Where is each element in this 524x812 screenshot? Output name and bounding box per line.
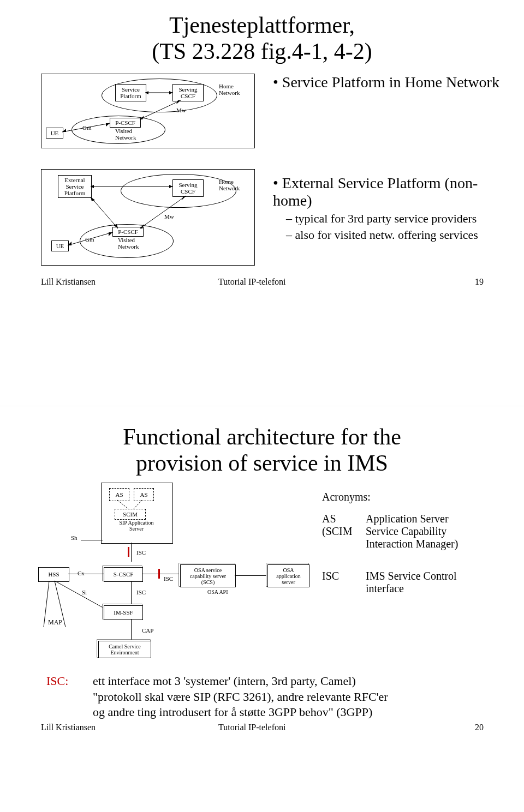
footer-left: Lill Kristiansen: [41, 277, 96, 287]
slide2-title: Functional architecture for the provisio…: [0, 424, 524, 476]
acro-isc-k: ISC: [322, 570, 366, 582]
isc-l2: "protokoll skal være SIP (RFC 3261), and…: [93, 689, 497, 705]
cap-label: CAP: [142, 627, 153, 634]
diagram-top-panel: Service Platform Serving CSCF Home Netwo…: [41, 74, 255, 148]
serving-cscf-box-2: Serving CSCF: [172, 179, 204, 197]
svg-marker-14: [182, 196, 186, 200]
isc-l3: og andre ting introdusert for å støtte 3…: [93, 705, 497, 720]
page-number: 19: [475, 277, 484, 287]
svg-marker-20: [109, 232, 112, 236]
sp-scscf-link: [145, 92, 172, 93]
camel-box: Camel Service Environment: [98, 641, 151, 658]
slide1-title: Tjenesteplattformer, (TS 23.228 fig.4-1,…: [0, 12, 524, 64]
title2-line-1: Functional architecture for the: [0, 424, 524, 450]
bullet-sp-home: Service Platform in Home Network: [273, 74, 502, 91]
ue-box-2: UE: [51, 240, 69, 251]
slide-2: Functional architecture for the provisio…: [0, 406, 524, 812]
acronyms-title: Acronyms:: [322, 491, 371, 503]
svg-line-23: [55, 581, 104, 608]
isc-line-1: [131, 543, 132, 562]
as-box-1: AS: [109, 488, 129, 501]
sh-line: [81, 540, 103, 540]
acro-isc-v: IMS Service Control: [366, 570, 457, 582]
title2-line-2: provision of service in IMS: [0, 450, 524, 476]
svg-line-22: [134, 500, 142, 509]
slide-1: Tjenesteplattformer, (TS 23.228 fig.4-1,…: [0, 0, 524, 406]
sub-visited: also for visited netw. offering services: [286, 228, 508, 242]
esp-scscf-link: [91, 186, 172, 187]
pcscf-scscf-link-2: [140, 196, 189, 228]
svg-line-24: [55, 581, 66, 627]
pcscf-box: P-CSCF: [110, 118, 141, 128]
acro-scim-v2: Interaction Manager): [366, 538, 458, 550]
serving-cscf-box: Serving CSCF: [172, 84, 204, 101]
sip-as-label: SIP Application Server: [106, 520, 166, 532]
isc-stop-2: [158, 569, 160, 579]
svg-marker-7: [62, 129, 66, 132]
svg-marker-19: [68, 242, 72, 245]
osa-api-line: [235, 575, 267, 576]
title-line-1: Tjenesteplattformer,: [0, 12, 524, 38]
acro-scim-v: Service Capability: [366, 525, 446, 538]
bullet-esp: External Service Platform (non-home): [273, 175, 508, 209]
isc-label-3: ISC: [136, 589, 146, 596]
cx-line: [68, 574, 104, 574]
svg-line-6: [62, 123, 110, 132]
title-line-2: (TS 23.228 fig.4-1, 4-2): [0, 38, 524, 64]
as-box-2: AS: [134, 488, 154, 501]
isc-line-3: [131, 581, 132, 605]
sh-label: Sh: [71, 534, 78, 541]
isc-label-1: ISC: [136, 549, 146, 556]
scscf-box: S-CSCF: [104, 567, 143, 582]
ue-pcscf-link: [62, 123, 111, 133]
acronyms-table: ASApplication Server (SCIMService Capabi…: [322, 513, 502, 550]
isc-stop-1: [128, 547, 129, 557]
hss-lines: [44, 581, 104, 627]
svg-marker-17: [91, 197, 95, 201]
svg-marker-16: [114, 224, 118, 228]
as-scim-dashed: [109, 500, 153, 511]
svg-line-21: [117, 500, 128, 509]
osa-as-box: OSA application server: [267, 564, 309, 587]
footer-mid-2: Tutorial IP-telefoni: [218, 723, 285, 732]
ue-pcscf-link-2: [68, 232, 112, 246]
imssf-box: IM-SSF: [104, 605, 143, 620]
ext-sp-box: External Service Platform: [58, 175, 92, 198]
svg-line-15: [91, 197, 118, 228]
isc-line-2: [142, 574, 180, 574]
footer-left-2: Lill Kristiansen: [41, 723, 96, 732]
bullets-bottom: External Service Platform (non-home) typ…: [273, 175, 508, 244]
sub-3rdparty: typical for 3rd party service providers: [286, 212, 508, 226]
svg-line-25: [44, 581, 49, 627]
svg-line-18: [68, 232, 112, 245]
acro-as-v: Application Server: [366, 513, 449, 525]
bullets-top: Service Platform in Home Network: [273, 74, 502, 93]
diagram-bottom-panel: External Service Platform Serving CSCF H…: [41, 169, 255, 266]
acro-as-k: AS: [322, 513, 366, 525]
home-network-label: Home Network: [219, 83, 240, 96]
svg-marker-8: [106, 123, 110, 127]
acro-isc-v2: interface: [366, 582, 404, 595]
home-network-label-2: Home Network: [219, 178, 240, 191]
acronyms-isc: ISCIMS Service Control interface: [322, 570, 502, 595]
isc-label-2: ISC: [164, 575, 173, 582]
page-number-2: 20: [475, 723, 484, 732]
pcscf-esp-link: [91, 197, 123, 228]
pcscf-scscf-link: [140, 100, 183, 119]
service-platform-box: Service Platform: [115, 84, 146, 101]
isc-paragraph: ett interface mot 3 'systemer' (intern, …: [93, 673, 497, 720]
svg-line-3: [140, 100, 181, 119]
ue-box: UE: [46, 128, 63, 139]
svg-line-12: [140, 196, 186, 228]
scs-box: OSA service capability server (SCS): [180, 564, 236, 587]
cap-line: [131, 619, 132, 641]
footer-mid: Tutorial IP-telefoni: [218, 277, 285, 287]
hss-box: HSS: [38, 567, 69, 582]
isc-red-label: ISC:: [46, 673, 68, 689]
visited-label: Visited Network: [115, 128, 136, 141]
svg-marker-13: [140, 224, 144, 228]
isc-l1: ett interface mot 3 'systemer' (intern, …: [93, 673, 497, 689]
acro-scim-k: (SCIM: [322, 525, 366, 538]
osa-api-label: OSA API: [207, 589, 228, 595]
visited-label-2: Visited Network: [118, 237, 139, 250]
